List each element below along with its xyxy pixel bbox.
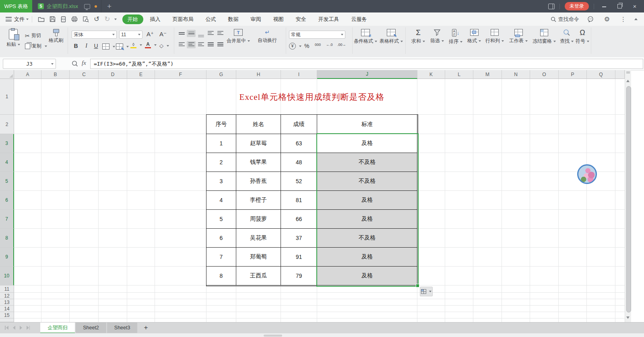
menu-icon[interactable]: [6, 17, 12, 21]
column-header-I[interactable]: I: [281, 70, 317, 79]
worksheet-button[interactable]: 工作表: [507, 29, 530, 44]
export-pdf-icon[interactable]: PDF: [60, 16, 66, 23]
table-cell[interactable]: 及格: [317, 248, 417, 267]
menu-tab-云服务[interactable]: 云服务: [346, 14, 372, 24]
table-cell[interactable]: 及格: [317, 267, 417, 285]
row-header-5[interactable]: 5: [0, 172, 14, 191]
table-cell[interactable]: 91: [281, 248, 317, 267]
table-style-button[interactable]: ✎ 表格样式: [379, 29, 404, 45]
table-cell[interactable]: 8: [206, 267, 236, 285]
table-cell[interactable]: 66: [281, 210, 317, 229]
table-cell[interactable]: 4: [206, 191, 236, 210]
thousands-button[interactable]: 000: [315, 43, 321, 47]
table-cell[interactable]: 5: [206, 210, 236, 229]
column-header-K[interactable]: K: [417, 70, 445, 79]
command-search[interactable]: 查找命令: [551, 16, 579, 23]
restore-button[interactable]: [614, 3, 625, 10]
menu-tab-页面布局[interactable]: 页面布局: [167, 14, 199, 24]
menu-tab-安全[interactable]: 安全: [291, 14, 312, 24]
menu-tab-视图[interactable]: 视图: [268, 14, 289, 24]
first-sheet-button[interactable]: [5, 326, 8, 330]
table-cell[interactable]: 孙香蕉: [236, 172, 281, 191]
font-size-select[interactable]: 11: [119, 31, 142, 39]
table-cell[interactable]: 序号: [206, 115, 236, 134]
sheet-tab-Sheet3[interactable]: Sheet3: [107, 323, 138, 333]
row-header-14[interactable]: 14: [0, 306, 14, 312]
document-tab[interactable]: S 企望而归.xlsx: [32, 0, 101, 12]
column-header-M[interactable]: M: [473, 70, 502, 79]
menu-tab-开发工具[interactable]: 开发工具: [313, 14, 345, 24]
feedback-icon[interactable]: [587, 16, 594, 22]
table-cell[interactable]: 钱苹果: [236, 153, 281, 172]
align-left-button[interactable]: [177, 41, 186, 48]
column-header-J[interactable]: J: [317, 70, 417, 79]
quick-toolbar-chevron-icon[interactable]: [114, 19, 117, 20]
fill-handle[interactable]: [416, 284, 419, 287]
table-cell[interactable]: 79: [281, 267, 317, 285]
borders-button[interactable]: [102, 43, 115, 50]
currency-button[interactable]: ¥: [289, 43, 301, 50]
format-button[interactable]: 格式: [465, 29, 483, 44]
column-header-F[interactable]: F: [155, 70, 206, 79]
column-header-N[interactable]: N: [502, 70, 530, 79]
bold-button[interactable]: B: [72, 43, 79, 49]
align-middle-button[interactable]: [187, 30, 196, 37]
decrease-indent-button[interactable]: [206, 30, 215, 37]
scroll-down-arrow[interactable]: [626, 316, 630, 319]
conditional-format-button[interactable]: ≠ 条件格式: [353, 29, 378, 45]
row-header-12[interactable]: 12: [0, 293, 14, 299]
add-sheet-button[interactable]: +: [138, 324, 153, 332]
autofill-options-button[interactable]: [420, 287, 433, 296]
row-header-6[interactable]: 6: [0, 191, 14, 210]
column-header-E[interactable]: E: [127, 70, 155, 79]
row-header-15[interactable]: 15: [0, 312, 14, 318]
decrease-decimal-button[interactable]: .00→: [337, 43, 346, 47]
cut-button[interactable]: ✂ 剪切: [25, 32, 41, 39]
table-cell[interactable]: 及格: [317, 134, 417, 153]
increase-decimal-button[interactable]: ←.0: [326, 43, 333, 47]
zoom-formula-icon[interactable]: [72, 60, 78, 67]
fx-icon[interactable]: fx: [82, 60, 86, 66]
row-header-3[interactable]: 3: [0, 134, 14, 153]
sort-button[interactable]: AZ↓ 排序: [446, 29, 465, 45]
row-header-7[interactable]: 7: [0, 210, 14, 229]
table-cell[interactable]: 7: [206, 248, 236, 267]
table-cell[interactable]: 63: [281, 134, 317, 153]
menu-tab-审阅[interactable]: 审阅: [246, 14, 266, 24]
wrap-text-button[interactable]: ↵ 自动换行: [254, 29, 280, 44]
menu-tab-公式[interactable]: 公式: [200, 14, 221, 24]
row-header-9[interactable]: 9: [0, 248, 14, 267]
table-cell[interactable]: 不及格: [317, 229, 417, 248]
rows-cols-button[interactable]: 行和列: [483, 29, 506, 44]
align-bottom-button[interactable]: [196, 30, 205, 37]
column-header-L[interactable]: L: [445, 70, 473, 79]
align-right-button[interactable]: [196, 41, 205, 48]
open-file-icon[interactable]: [38, 16, 45, 22]
table-cell[interactable]: 标准: [317, 115, 417, 134]
table-cell[interactable]: 吴花果: [236, 229, 281, 248]
table-cell[interactable]: 及格: [317, 210, 417, 229]
row-header-4[interactable]: 4: [0, 153, 14, 172]
menu-tab-数据[interactable]: 数据: [223, 14, 244, 24]
freeze-panes-button[interactable]: 冻结窗格: [531, 29, 557, 45]
filter-button[interactable]: 筛选: [428, 29, 446, 44]
table-cell[interactable]: 52: [281, 172, 317, 191]
sidebar-toggle-icon[interactable]: [548, 4, 555, 9]
sum-button[interactable]: Σ 求和: [409, 29, 428, 45]
scroll-up-arrow[interactable]: [626, 80, 630, 82]
paste-button[interactable]: 粘贴: [2, 29, 25, 48]
table-cell[interactable]: 3: [206, 172, 236, 191]
row-header-2[interactable]: 2: [0, 115, 14, 134]
cell-shading-button[interactable]: ✎: [116, 43, 129, 50]
column-header-D[interactable]: D: [99, 70, 127, 79]
table-cell[interactable]: 6: [206, 229, 236, 248]
more-options-icon[interactable]: ⋮: [620, 16, 626, 23]
select-all-corner[interactable]: [0, 70, 14, 79]
column-header-A[interactable]: A: [14, 70, 41, 79]
column-header-H[interactable]: H: [236, 70, 281, 79]
font-name-select[interactable]: 宋体: [72, 31, 117, 39]
align-center-button[interactable]: [187, 41, 196, 48]
row-header-11[interactable]: 11: [0, 285, 14, 293]
justify-button[interactable]: [206, 41, 215, 48]
table-cell[interactable]: 不及格: [317, 153, 417, 172]
